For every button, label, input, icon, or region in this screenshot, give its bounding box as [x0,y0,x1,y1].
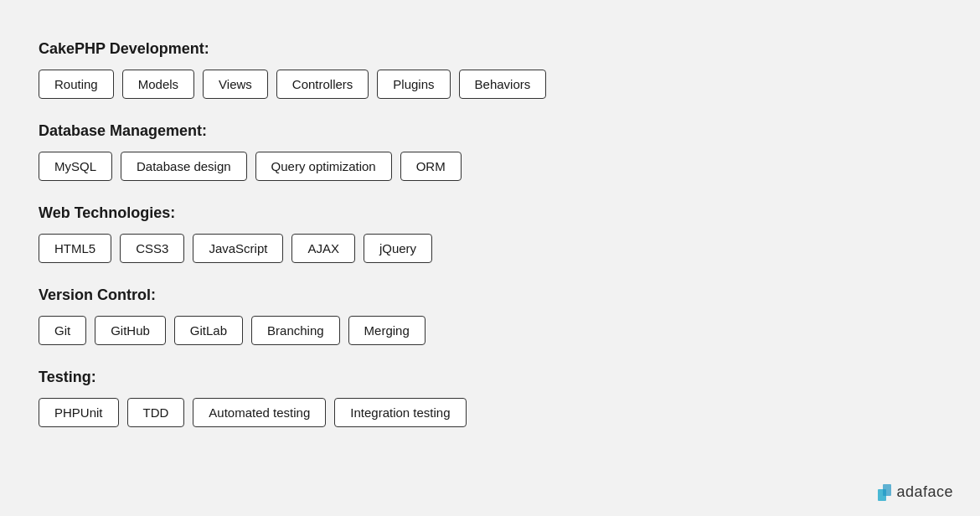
tag-github[interactable]: GitHub [95,316,166,345]
section-title-web: Web Technologies: [39,204,941,222]
tag-models[interactable]: Models [122,70,194,99]
tag-css3[interactable]: CSS3 [120,234,184,263]
tags-testing: PHPUnitTDDAutomated testingIntegration t… [39,398,941,427]
tag-plugins[interactable]: Plugins [377,70,450,99]
tag-query-optimization[interactable]: Query optimization [255,152,392,181]
section-version: Version Control:GitGitHubGitLabBranching… [39,286,941,345]
main-container: CakePHP Development:RoutingModelsViewsCo… [0,0,980,484]
tag-javascript[interactable]: JavaScript [193,234,283,263]
tags-web: HTML5CSS3JavaScriptAJAXjQuery [39,234,941,263]
tag-phpunit[interactable]: PHPUnit [39,398,119,427]
tag-jquery[interactable]: jQuery [364,234,432,263]
tag-routing[interactable]: Routing [39,70,114,99]
section-web: Web Technologies:HTML5CSS3JavaScriptAJAX… [39,204,941,263]
brand-logo: adaface [878,483,953,501]
tag-database-design[interactable]: Database design [121,152,247,181]
tag-mysql[interactable]: MySQL [39,152,112,181]
section-testing: Testing:PHPUnitTDDAutomated testingInteg… [39,369,941,427]
adaface-icon [878,484,891,501]
brand-name: adaface [896,483,953,501]
tag-tdd[interactable]: TDD [127,398,185,427]
tag-merging[interactable]: Merging [348,316,426,345]
tag-orm[interactable]: ORM [400,152,462,181]
tag-views[interactable]: Views [203,70,268,99]
section-title-cakephp: CakePHP Development: [39,40,941,58]
section-cakephp: CakePHP Development:RoutingModelsViewsCo… [39,40,941,99]
svg-rect-1 [883,484,891,496]
tag-git[interactable]: Git [39,316,86,345]
tag-ajax[interactable]: AJAX [291,234,355,263]
section-title-database: Database Management: [39,122,941,140]
tag-html5[interactable]: HTML5 [39,234,111,263]
section-title-testing: Testing: [39,369,941,386]
tag-integration-testing[interactable]: Integration testing [334,398,466,427]
tag-gitlab[interactable]: GitLab [174,316,243,345]
section-title-version: Version Control: [39,286,941,304]
tag-controllers[interactable]: Controllers [276,70,369,99]
tags-version: GitGitHubGitLabBranchingMerging [39,316,941,345]
tags-cakephp: RoutingModelsViewsControllersPluginsBeha… [39,70,941,99]
tag-automated-testing[interactable]: Automated testing [193,398,326,427]
section-database: Database Management:MySQLDatabase design… [39,122,941,181]
tags-database: MySQLDatabase designQuery optimizationOR… [39,152,941,181]
tag-branching[interactable]: Branching [251,316,340,345]
tag-behaviors[interactable]: Behaviors [459,70,547,99]
